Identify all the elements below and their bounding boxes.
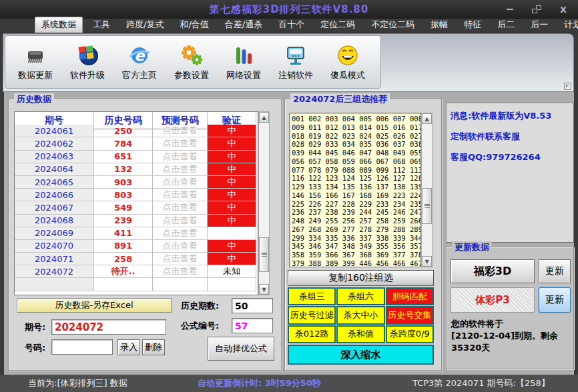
table-cell-predict[interactable]: 点击查看 (153, 215, 208, 227)
table-cell-period[interactable]: 2024071 (15, 253, 94, 265)
filter-button[interactable]: 历史号交集 (386, 306, 434, 324)
toolbar-button-label: 网络设置 (226, 69, 261, 81)
restore-icon[interactable] (531, 4, 542, 15)
history-group-title: 历史数据 (14, 93, 54, 105)
filter-button[interactable]: 杀大中小 (336, 306, 384, 324)
fucai-3d-button[interactable]: 福彩3D (451, 259, 535, 283)
table-cell-period[interactable]: 2024065 (15, 176, 94, 189)
table-cell-predict[interactable]: 点击查看 (153, 151, 208, 163)
toolbar-strip: 数据更新软件升级e官方主页参数设置网络设置注销软件傻瓜模式 (3, 33, 574, 92)
menu-item[interactable]: 和/合值 (174, 17, 214, 33)
period-input[interactable] (51, 319, 166, 335)
table-cell-predict[interactable]: 点击查看 (153, 201, 208, 214)
filter-button[interactable]: 胆码匹配 (386, 287, 434, 305)
status-latest-number: TCP3第 2024071 期号码:【258】 (412, 377, 550, 389)
toolbar-button[interactable]: 网络设置 (223, 43, 264, 81)
table-cell-period[interactable]: 2024067 (15, 201, 94, 214)
table-cell-period[interactable]: 2024061 (15, 125, 94, 137)
close-icon[interactable]: X (558, 4, 569, 15)
table-cell-predict[interactable]: 点击查看 (153, 176, 208, 189)
delete-button[interactable]: 删除 (142, 339, 165, 355)
menu-item[interactable]: 振幅 (424, 17, 454, 33)
table-cell-period[interactable]: 2024062 (15, 137, 94, 150)
history-table-scrollbar[interactable]: ▲ ▼ (258, 111, 270, 295)
scrollbar-thumb[interactable] (259, 237, 269, 272)
table-cell-period[interactable]: 2024068 (15, 215, 94, 227)
filter-button[interactable]: 杀012路 (288, 325, 336, 343)
message-panel: 消息:软件最新版为V8.53定制软件联系客服客服QQ:979726264 (446, 103, 574, 243)
scroll-down-icon[interactable]: ▼ (422, 256, 432, 267)
table-cell-predict[interactable]: 点击查看 (153, 240, 208, 253)
update-ticai-button[interactable]: 更新 (539, 287, 571, 313)
toolbar-button[interactable]: 参数设置 (171, 43, 212, 81)
table-cell-period[interactable]: 2024064 (15, 163, 94, 176)
filter-button[interactable]: 杀组三 (288, 287, 336, 305)
menu-item[interactable]: 系统数据 (35, 17, 83, 33)
formula-label: 公式编号: (181, 320, 219, 332)
menu-item[interactable]: 特征 (458, 17, 487, 33)
ribbon-expander-icon[interactable] (564, 83, 571, 90)
export-excel-button[interactable]: 历史数据-另存Excel (17, 298, 172, 313)
toolbar-button[interactable]: e官方主页 (119, 43, 160, 81)
message-line: 客服QQ:979726264 (451, 151, 569, 163)
ticai-p3-button[interactable]: 体彩P3 (451, 287, 535, 313)
scroll-down-icon[interactable]: ▼ (259, 284, 269, 295)
copy-selection-button[interactable]: 复制160注组选 (288, 270, 434, 286)
table-cell-predict[interactable]: 点击查看 (153, 227, 208, 240)
update-fucai-button[interactable]: 更新 (539, 259, 571, 283)
history-count-input[interactable] (232, 298, 273, 313)
table-cell-number: 239 (94, 215, 153, 227)
table-cell-predict[interactable]: 点击查看 (153, 253, 208, 265)
toolbar-button[interactable]: 软件升级 (67, 43, 108, 81)
scroll-up-icon[interactable]: ▲ (422, 113, 432, 124)
deep-shrink-button[interactable]: 深入缩水 (288, 345, 434, 365)
scroll-up-icon[interactable]: ▲ (259, 112, 269, 123)
number-input[interactable] (51, 339, 113, 355)
menu-item[interactable]: 后二 (491, 17, 521, 33)
ribbon-toolbar: 数据更新软件升级e官方主页参数设置网络设置注销软件傻瓜模式 (5, 35, 381, 89)
table-cell-number: 651 (94, 151, 153, 163)
table-cell-period[interactable]: 2024063 (15, 151, 94, 163)
message-line: 定制软件联系客服 (451, 131, 569, 143)
table-cell-period[interactable]: 2024070 (15, 240, 94, 253)
table-cell-predict[interactable]: 点击查看 (153, 163, 208, 176)
table-cell-number: 250 (94, 125, 153, 137)
toolbar-button[interactable]: 注销软件 (275, 43, 316, 81)
table-cell-predict[interactable]: 点击查看 (153, 265, 208, 278)
table-cell-number (94, 278, 153, 291)
table-cell-predict[interactable]: 点击查看 (153, 125, 208, 137)
filter-button[interactable]: 历史号过滤 (288, 306, 336, 324)
enter-button[interactable]: 录入 (117, 339, 140, 355)
upgrade-icon (75, 43, 100, 68)
table-cell-period[interactable]: 2024072 (15, 265, 94, 278)
table-cell-verify: 中 (208, 240, 256, 253)
menu-item[interactable]: 计划 (558, 17, 578, 33)
filter-button[interactable]: 杀和值 (336, 325, 384, 343)
toolbar-button[interactable]: 数据更新 (15, 43, 56, 81)
table-cell-predict[interactable]: 点击查看 (153, 137, 208, 150)
history-count-label: 历史期数: (181, 300, 219, 312)
menu-item[interactable]: 工具 (87, 17, 116, 33)
scrollbar-thumb[interactable] (422, 188, 432, 224)
table-cell-period[interactable]: 2024066 (15, 189, 94, 201)
table-cell-period[interactable] (15, 278, 94, 291)
toolbar-button-label: 注销软件 (278, 69, 313, 81)
table-cell-number: 784 (94, 137, 153, 150)
toolbar-button[interactable]: 傻瓜模式 (327, 43, 368, 81)
minimize-icon[interactable] (505, 4, 515, 15)
menu-item[interactable]: 定位二码 (314, 17, 361, 33)
menu-item[interactable]: 后一 (525, 17, 554, 33)
menu-item[interactable]: 合差/通杀 (219, 17, 268, 33)
table-cell-predict[interactable] (153, 278, 208, 291)
menu-item[interactable]: 百十个 (272, 17, 310, 33)
auto-formula-button[interactable]: 自动择优公式 (208, 337, 274, 361)
table-cell-predict[interactable]: 点击查看 (153, 189, 208, 201)
formula-input[interactable] (232, 318, 273, 333)
filter-button[interactable]: 杀组六 (336, 287, 384, 305)
menu-item[interactable]: 不定位二码 (365, 17, 420, 33)
table-cell-period[interactable]: 2024069 (15, 227, 94, 240)
numbers-scrollbar[interactable]: ▲ ▼ (421, 113, 432, 267)
recommended-numbers-list[interactable]: 001 002 003 004 005 006 007 008 009 011 … (289, 113, 421, 267)
filter-button[interactable]: 杀跨度0/9 (386, 325, 434, 343)
menu-item[interactable]: 跨度/复式 (120, 17, 170, 33)
